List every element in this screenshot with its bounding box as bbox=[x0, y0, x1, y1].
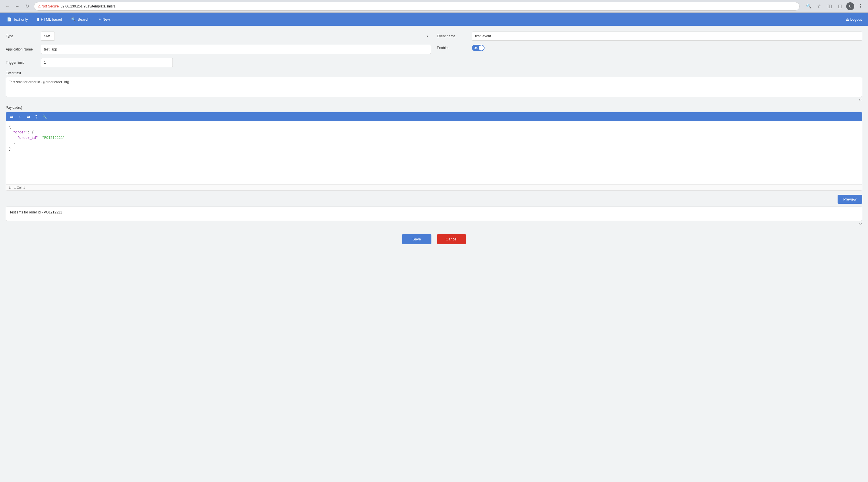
nav-search-label: Search bbox=[78, 17, 89, 22]
preview-char-count: 33 bbox=[6, 222, 862, 226]
app-navbar: 📄 Text only ▮ HTML based 🔍 Search + New … bbox=[0, 12, 868, 26]
app-name-group: Application Name bbox=[6, 45, 431, 54]
avatar[interactable]: U bbox=[846, 2, 854, 10]
logout-icon: ⏏ bbox=[846, 17, 849, 22]
editor-toolbar: ⇄ ↔ ⇄ ⚳ 🔧 bbox=[6, 112, 862, 121]
preview-button[interactable]: Preview bbox=[838, 195, 862, 204]
payload-editor-body[interactable]: { "order": { "order_id": "PO1212221" } } bbox=[6, 121, 862, 185]
type-select[interactable]: SMS bbox=[41, 32, 55, 41]
app-name-label: Application Name bbox=[6, 47, 37, 51]
nav-new-label: New bbox=[102, 17, 110, 22]
enabled-toggle[interactable]: On bbox=[472, 45, 485, 51]
type-group: Type SMS bbox=[6, 32, 431, 41]
bottom-buttons: Save Cancel bbox=[6, 229, 862, 249]
editor-status: Ln: 1 Col: 1 bbox=[6, 185, 862, 191]
main-content: Type SMS Event name Application Name Ena… bbox=[0, 26, 868, 482]
wrench-button[interactable]: 🔧 bbox=[41, 114, 48, 120]
warning-icon: ⚠ bbox=[38, 4, 41, 8]
toggle-on-text: On bbox=[474, 46, 477, 50]
outdent-button[interactable]: ⇄ bbox=[26, 114, 31, 120]
browser-chrome: ← → ↻ ⚠ Not Secure 52.66.130.251:9813/te… bbox=[0, 0, 868, 12]
browser-icons: 🔍 ☆ ◫ ◫ U ⋮ bbox=[805, 2, 865, 10]
enabled-group: Enabled On bbox=[437, 45, 862, 51]
nav-new[interactable]: + New bbox=[94, 15, 114, 23]
app-name-input[interactable] bbox=[41, 45, 431, 54]
nav-logout[interactable]: ⏏ Logout bbox=[842, 15, 865, 23]
preview-btn-row: Preview bbox=[6, 195, 862, 204]
indent-button[interactable]: ↔ bbox=[17, 114, 23, 120]
trigger-limit-group: Trigger limit bbox=[6, 58, 431, 67]
event-text-char-count: 42 bbox=[6, 98, 862, 102]
preview-container: Test sms for order id - PO1212221 bbox=[6, 206, 862, 221]
address-bar[interactable]: ⚠ Not Secure 52.66.130.251:9813/template… bbox=[34, 2, 800, 11]
html-icon: ▮ bbox=[37, 17, 39, 22]
filter-button[interactable]: ⚳ bbox=[34, 114, 39, 120]
back-button[interactable]: ← bbox=[3, 2, 11, 10]
toggle-wrapper: On bbox=[472, 45, 485, 51]
trigger-limit-input[interactable] bbox=[41, 58, 173, 67]
event-text-area[interactable]: Test sms for order id - {{order.order_id… bbox=[6, 77, 862, 97]
event-text-section: Event text Test sms for order id - {{ord… bbox=[6, 71, 862, 102]
extensions-button[interactable]: ◫ bbox=[826, 2, 834, 10]
bookmark-button[interactable]: ☆ bbox=[815, 2, 823, 10]
nav-buttons: ← → ↻ bbox=[3, 2, 31, 10]
wrap-button[interactable]: ⇄ bbox=[9, 114, 14, 120]
browser-menu-button[interactable]: ⋮ bbox=[857, 2, 865, 10]
event-text-label: Event text bbox=[6, 71, 862, 75]
nav-html-based[interactable]: ▮ HTML based bbox=[33, 15, 66, 23]
enabled-label: Enabled bbox=[437, 46, 468, 50]
trigger-limit-label: Trigger limit bbox=[6, 61, 37, 65]
not-secure-text: Not Secure bbox=[42, 4, 59, 8]
payloads-section: Payload(s) ⇄ ↔ ⇄ ⚳ 🔧 { "order": { "order… bbox=[6, 105, 862, 191]
search-nav-icon: 🔍 bbox=[71, 17, 76, 22]
nav-text-only[interactable]: 📄 Text only bbox=[3, 15, 32, 23]
form-row-2: Application Name Enabled On bbox=[6, 45, 862, 54]
event-name-input[interactable] bbox=[472, 32, 862, 41]
payloads-label: Payload(s) bbox=[6, 105, 862, 109]
url-text: 52.66.130.251:9813/template/sms/1 bbox=[61, 4, 115, 8]
payload-editor: ⇄ ↔ ⇄ ⚳ 🔧 { "order": { "order_id": "PO12… bbox=[6, 112, 862, 191]
nav-html-based-label: HTML based bbox=[41, 17, 62, 22]
type-select-wrapper: SMS bbox=[41, 32, 431, 41]
event-name-label: Event name bbox=[437, 34, 468, 38]
plus-icon: + bbox=[98, 17, 101, 22]
tab-search-button[interactable]: ◫ bbox=[836, 2, 844, 10]
nav-logout-label: Logout bbox=[850, 17, 862, 22]
cancel-button[interactable]: Cancel bbox=[437, 234, 466, 244]
preview-text: Test sms for order id - PO1212221 bbox=[9, 210, 62, 214]
event-text-value: Test sms for order id - {{order.order_id… bbox=[9, 80, 69, 84]
form-row-3: Trigger limit bbox=[6, 58, 862, 67]
security-warning: ⚠ Not Secure bbox=[38, 4, 59, 8]
nav-text-only-label: Text only bbox=[13, 17, 28, 22]
refresh-button[interactable]: ↻ bbox=[23, 2, 31, 10]
save-button[interactable]: Save bbox=[402, 234, 431, 244]
preview-section: Test sms for order id - PO1212221 33 bbox=[6, 206, 862, 226]
nav-search[interactable]: 🔍 Search bbox=[67, 15, 93, 23]
forward-button[interactable]: → bbox=[13, 2, 21, 10]
form-row-1: Type SMS Event name bbox=[6, 32, 862, 41]
event-name-group: Event name bbox=[437, 32, 862, 41]
browser-search-button[interactable]: 🔍 bbox=[805, 2, 813, 10]
document-icon: 📄 bbox=[7, 17, 11, 22]
type-label: Type bbox=[6, 34, 37, 38]
